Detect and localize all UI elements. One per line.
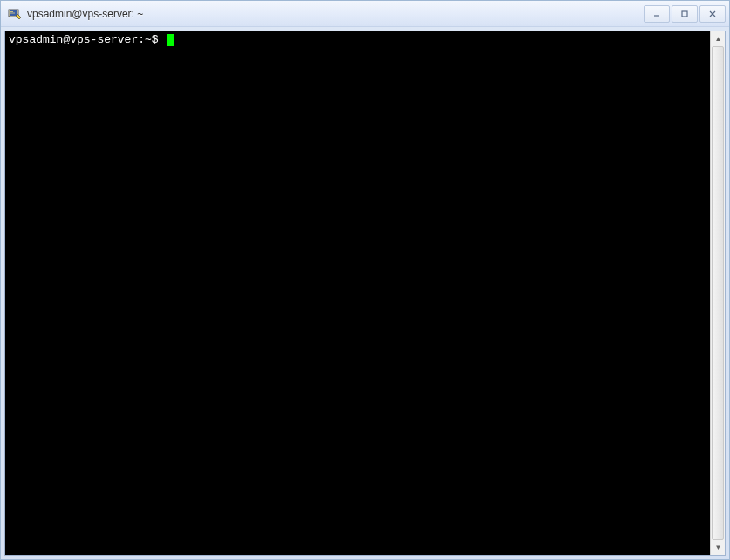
cursor-icon bbox=[167, 34, 174, 46]
prompt-text: vpsadmin@vps-server:~$ bbox=[9, 33, 165, 46]
minimize-button[interactable] bbox=[644, 5, 670, 23]
titlebar[interactable]: vpsadmin@vps-server: ~ bbox=[1, 1, 729, 27]
vertical-scrollbar[interactable]: ▲ ▼ bbox=[710, 31, 725, 555]
maximize-button[interactable] bbox=[672, 5, 698, 23]
terminal[interactable]: vpsadmin@vps-server:~$ bbox=[5, 31, 710, 555]
scrollbar-thumb[interactable] bbox=[712, 46, 724, 540]
putty-icon bbox=[8, 7, 22, 21]
close-button[interactable] bbox=[699, 5, 726, 23]
scroll-up-icon[interactable]: ▲ bbox=[712, 31, 725, 46]
window-controls bbox=[644, 5, 726, 23]
putty-window: vpsadmin@vps-server: ~ vpsadmin@vps-serv… bbox=[0, 0, 730, 560]
window-title: vpsadmin@vps-server: ~ bbox=[27, 8, 644, 20]
prompt-line: vpsadmin@vps-server:~$ bbox=[9, 33, 706, 46]
terminal-container: vpsadmin@vps-server:~$ ▲ ▼ bbox=[4, 31, 726, 556]
scroll-down-icon[interactable]: ▼ bbox=[712, 540, 725, 555]
content-area: vpsadmin@vps-server:~$ ▲ ▼ bbox=[1, 27, 729, 559]
svg-rect-5 bbox=[682, 11, 687, 17]
